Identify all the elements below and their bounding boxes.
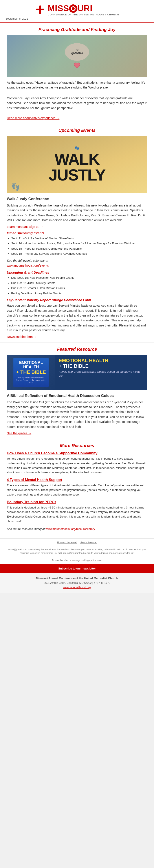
unsubscribe-link[interactable]: To unsubscribe or manage mailings, click… bbox=[52, 559, 102, 562]
resource-1-heading[interactable]: How Does a Church Become a Supportive Co… bbox=[7, 451, 147, 455]
list-item: Due Sept. 15: New Places for New People … bbox=[11, 276, 147, 280]
logo-miss: MISS bbox=[48, 4, 69, 13]
resource-sub-heading: A Biblical Reflection of Emotional Healt… bbox=[7, 394, 147, 398]
more-resources-title: More Resources bbox=[7, 443, 147, 448]
gratitude-section: Practicing Gratitude and Finding Joy i a… bbox=[0, 23, 154, 124]
resource-3-body: This series is designed as three 45-50 m… bbox=[7, 505, 147, 524]
disclaimer-text: oooo@gmail.com is receiving this email f… bbox=[7, 548, 147, 555]
footer-org-name: Missouri Annual Conference of the United… bbox=[5, 576, 149, 581]
footer-website-link[interactable]: www.moumethodist.org bbox=[63, 586, 91, 589]
grant-item-3: Rolling Deadline: Library Builder Grants bbox=[11, 292, 61, 295]
footer-disclaimer: oooo@gmail.com is receiving this email f… bbox=[0, 546, 154, 564]
unsubscribe-text: To unsubscribe or manage mailings, click… bbox=[7, 558, 147, 562]
resource-3-heading[interactable]: Boundary Training for PPRCs bbox=[7, 500, 147, 504]
resource-library-text: See the full resource library at www.mou… bbox=[7, 527, 147, 531]
view-in-browser-link[interactable]: View in browser bbox=[80, 541, 97, 544]
footer-website: www.moumethodist.org bbox=[5, 585, 149, 590]
footer-subscribe-bar[interactable]: Subscribe to our newsletter bbox=[0, 564, 154, 573]
event-item-2: Sept. 18 - Hope for Families: Coping wit… bbox=[11, 247, 82, 250]
logo-o-circle: O bbox=[69, 4, 78, 13]
book-cover-emotional: EMOTIONALHEALTH bbox=[19, 361, 43, 369]
gratitude-body2: Conference Lay Leader Amy Thompson write… bbox=[7, 96, 147, 111]
lay-servant-body: Have you completed at least one Lay Serv… bbox=[7, 303, 147, 333]
resource-2-heading[interactable]: 4 Types of Mental Health Support bbox=[7, 478, 147, 482]
book-cover-plus: + THE BIBLE bbox=[16, 369, 46, 375]
gratitude-image: i am grateful bbox=[7, 35, 147, 77]
calendar-url-link[interactable]: www.moumethodist.org/events bbox=[7, 264, 49, 267]
gratitude-body1: As the saying goes, "Have an attitude of… bbox=[7, 80, 147, 90]
footer-address: 3601 Amron Court, Columbia, MO 65202 | 5… bbox=[5, 581, 149, 585]
header-date: September 8, 2021 bbox=[5, 17, 28, 20]
gratitude-image-content: i am grateful bbox=[65, 43, 89, 69]
resource-2: 4 Types of Mental Health Support There a… bbox=[7, 478, 147, 497]
resource-library-label: See the full resource library at bbox=[7, 527, 45, 530]
gratitude-stone: i am grateful bbox=[65, 43, 89, 61]
event-item-1: Sept. 16 - More than Allies: Justice, Fa… bbox=[11, 242, 135, 245]
resource-1-body: To help others through the re-opening of… bbox=[7, 457, 147, 475]
svg-rect-1 bbox=[36, 8, 44, 10]
subscribe-link[interactable]: Subscribe to our newsletter bbox=[58, 567, 96, 570]
book-cover: EMOTIONALHEALTH + THE BIBLE Family and G… bbox=[13, 358, 49, 387]
walk-justly-link[interactable]: Learn more and sign up → bbox=[7, 225, 43, 228]
footprint-icon-top: 👣 bbox=[49, 146, 105, 150]
resource-library-url-link[interactable]: www.moumethodist.org/resourcelibrary bbox=[45, 527, 95, 530]
footer-bottom: Missouri Annual Conference of the United… bbox=[0, 573, 154, 593]
resource-2-body: There are several different types of tra… bbox=[7, 483, 147, 497]
event-item-0: Sept. 11 - Oct. 9 - Festival of Sharing … bbox=[11, 237, 74, 240]
big-title-emotional-health: EMOTIONAL HEALTH bbox=[59, 358, 144, 363]
big-plus: + THE BIBLE bbox=[59, 363, 144, 369]
grant-item-0: Due Sept. 15: New Places for New People … bbox=[11, 276, 74, 279]
forward-email-link[interactable]: Forward this email bbox=[57, 541, 77, 544]
logo-text: MISS O URI CONFERENCE OF THE UNITED METH… bbox=[48, 4, 119, 16]
list-item: Due Oct. 1: MUME Ministry Grants bbox=[11, 281, 147, 285]
grant-item-2: Due Oct. 1: Greater Fulton Mission Grant… bbox=[11, 286, 65, 290]
gratitude-title: Practicing Gratitude and Finding Joy bbox=[7, 27, 147, 32]
book-cover-subtitle: Family and Group Discussion Guides Based… bbox=[16, 376, 47, 384]
heart-icon bbox=[74, 63, 80, 68]
events-list: Sept. 11 - Oct. 9 - Festival of Sharing … bbox=[7, 236, 147, 256]
list-item: Sept. 18 - Hope for Families: Coping wit… bbox=[11, 247, 147, 251]
download-form-link[interactable]: Download the form → bbox=[7, 335, 36, 339]
other-events-heading: Other Upcoming Events bbox=[7, 231, 147, 235]
featured-resource-box: EMOTIONALHEALTH + THE BIBLE Family and G… bbox=[7, 355, 147, 390]
list-item: Sept. 16 - More than Allies: Justice, Fa… bbox=[11, 241, 147, 246]
walk-justly-heading: Walk Justly Conference bbox=[7, 197, 147, 201]
walk-text: WALK bbox=[49, 151, 105, 167]
featured-resource-section: Featured Resource EMOTIONALHEALTH + THE … bbox=[0, 343, 154, 439]
logo-subtitle: CONFERENCE OF THE UNITED METHODIST CHURC… bbox=[48, 13, 119, 16]
grant-item-1: Due Oct. 1: MUME Ministry Grants bbox=[11, 281, 55, 285]
list-item: Rolling Deadline: Library Builder Grants bbox=[11, 291, 147, 296]
resource-3: Boundary Training for PPRCs This series … bbox=[7, 500, 147, 531]
events-title: Upcoming Events bbox=[7, 128, 147, 133]
justly-text: JUSTLY bbox=[49, 167, 105, 183]
event-item-3: Sept. 18 - Hybrid Lay Servant Basic and … bbox=[11, 252, 87, 255]
grants-list: Due Sept. 15: New Places for New People … bbox=[7, 276, 147, 296]
full-calendar-text: See the full events calendar at www.moum… bbox=[7, 258, 147, 268]
list-item: Sept. 11 - Oct. 9 - Festival of Sharing … bbox=[11, 236, 147, 241]
email-header: MISS O URI CONFERENCE OF THE UNITED METH… bbox=[0, 0, 154, 23]
grants-heading: Upcoming Grant Deadlines bbox=[7, 271, 147, 274]
walk-justly-text-block: 👣 WALK JUSTLY bbox=[49, 146, 105, 183]
list-item: Due Oct. 1: Greater Fulton Mission Grant… bbox=[11, 286, 147, 290]
gratitude-stone-i-am: i am bbox=[75, 49, 80, 51]
see-guides-link[interactable]: See the guides → bbox=[7, 431, 31, 435]
resource-1: How Does a Church Become a Supportive Co… bbox=[7, 451, 147, 475]
events-section: Upcoming Events 👣 WALK JUSTLY 👣 Walk Jus… bbox=[0, 124, 154, 343]
featured-resource-title: Featured Resource bbox=[7, 347, 147, 352]
footprints-icon: 👣 bbox=[11, 183, 20, 191]
list-item: Sept. 18 - Hybrid Lay Servant Basic and … bbox=[11, 252, 147, 256]
gratitude-read-more-link[interactable]: Read more about Amy's experience → bbox=[7, 116, 59, 120]
logo-area: MISS O URI CONFERENCE OF THE UNITED METH… bbox=[35, 4, 119, 16]
logo-uri: URI bbox=[78, 4, 92, 13]
book-image-area: EMOTIONALHEALTH + THE BIBLE Family and G… bbox=[7, 355, 55, 390]
gratitude-stone-grateful: grateful bbox=[71, 51, 83, 55]
footer-links: Forward this email View in browser bbox=[0, 539, 154, 546]
more-resources-section: More Resources How Does a Church Become … bbox=[0, 439, 154, 538]
book-subtitle: Family and Group Discussion Guides Based… bbox=[59, 370, 144, 378]
walk-justly-image: 👣 WALK JUSTLY 👣 bbox=[7, 136, 147, 193]
full-calendar-label: See the full events calendar at bbox=[7, 259, 48, 262]
lay-servant-heading: Lay Servant Ministry Report Charge Confe… bbox=[7, 298, 147, 302]
gratitude-heart-below bbox=[65, 63, 89, 69]
resource-body: The Pixar movie Inside Out (2015) follow… bbox=[7, 400, 147, 429]
featured-resource-text-area: EMOTIONAL HEALTH + THE BIBLE Family and … bbox=[55, 355, 147, 390]
